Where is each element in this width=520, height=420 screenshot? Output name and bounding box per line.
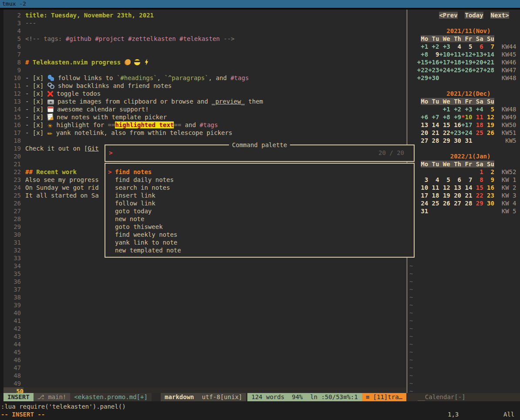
calendar-day[interactable]: +17 [461,121,472,128]
calendar-day[interactable]: 24 [417,200,428,207]
calendar-day[interactable]: +24 [439,67,450,74]
palette-item[interactable]: >find notes [105,168,414,176]
calendar-day[interactable]: 29 [439,137,450,144]
calendar-day[interactable]: 12 [439,184,450,191]
calendar-day[interactable]: +2 [450,106,461,113]
calendar-day[interactable]: +21 [483,59,494,66]
calendar-day[interactable]: 27 [417,137,428,144]
calendar-day[interactable]: +22 [417,67,428,74]
calendar-day[interactable]: 26 [439,200,450,207]
calendar-day[interactable]: +4 [472,106,483,113]
calendar-day[interactable]: 11 [472,114,483,121]
palette-item[interactable]: goto thisweek [105,223,414,231]
calendar-day[interactable]: +23 [428,67,439,74]
calendar-day[interactable]: 17 [417,192,428,199]
calendar-day[interactable]: +28 [483,67,494,74]
calendar-day[interactable]: 19 [483,121,494,128]
calendar-day[interactable]: +17 [439,59,450,66]
calendar-day[interactable]: 5 [461,43,472,50]
window-titlebar[interactable]: tmux -2 [0,0,520,8]
calendar-day[interactable]: 15 [439,121,450,128]
calendar-day[interactable]: +26 [461,67,472,74]
calendar-day[interactable]: +10 [439,51,450,58]
calendar-day[interactable]: 22 [472,192,483,199]
calendar-day[interactable]: 3 [417,176,428,183]
palette-item[interactable]: find weekly notes [105,231,414,239]
calendar-day[interactable]: 19 [439,192,450,199]
calendar-day[interactable]: +3 [461,106,472,113]
calendar-day[interactable]: +24 [461,129,472,136]
calendar-day[interactable]: 5 [483,106,494,113]
calendar-day[interactable]: +29 [417,74,428,81]
calendar-day[interactable]: +27 [472,67,483,74]
calendar-day[interactable]: 28 [428,137,439,144]
calendar-day[interactable]: 26 [483,129,494,136]
palette-item[interactable]: insert link [105,192,414,199]
calendar-day[interactable]: 14 [461,184,472,191]
calendar-day[interactable]: 25 [428,200,439,207]
calendar-day[interactable]: 30 [483,200,494,207]
calendar-day[interactable]: 20 [450,192,461,199]
calendar-day[interactable]: 18 [428,192,439,199]
calendar-day[interactable]: +19 [461,59,472,66]
calendar-day[interactable]: 10 [465,114,472,121]
calendar-day[interactable]: 12 [483,114,494,121]
calendar-day[interactable]: +8 [439,114,450,121]
calendar-day[interactable]: 20 [417,129,428,136]
calendar-day[interactable]: +9 [450,114,461,121]
calendar-day[interactable]: 1 [472,168,483,175]
palette-item[interactable]: new templated note [105,246,414,254]
palette-item[interactable]: search in notes [105,184,414,192]
calendar-day[interactable]: 5 [439,176,450,183]
calendar-day[interactable]: +20 [472,59,483,66]
calendar-day[interactable]: 16 [450,121,461,128]
calendar-nav-button[interactable]: Today [465,12,483,19]
calendar-day[interactable]: 10 [417,184,428,191]
calendar-day[interactable]: 15 [472,184,483,191]
calendar-day[interactable]: 8 [472,176,483,183]
calendar-day[interactable]: 2 [483,168,494,175]
calendar-day[interactable]: 28 [461,200,472,207]
calendar-day[interactable]: +30 [428,74,439,81]
palette-prompt-box[interactable]: Command palette > 20 / 20 [105,144,415,162]
calendar-day[interactable]: 13 [417,121,428,128]
calendar-day[interactable]: +16 [428,59,439,66]
calendar-day[interactable]: +12 [461,51,472,58]
calendar-day[interactable]: 25 [472,129,483,136]
calendar-day[interactable]: 4 [428,176,439,183]
calendar-day[interactable]: 16 [483,184,494,191]
calendar-day[interactable]: 31 [417,208,428,215]
calendar-day[interactable]: 29 [472,200,483,207]
calendar-day[interactable]: +15 [417,59,428,66]
calendar-day[interactable]: +18 [450,59,461,66]
calendar-day[interactable]: 21 [428,129,439,136]
calendar-day[interactable]: +13 [472,51,483,58]
calendar-day[interactable]: 18 [472,121,483,128]
palette-item[interactable]: find daily notes [105,176,414,184]
calendar-day[interactable]: 14 [428,121,439,128]
calendar-day[interactable]: 23 [483,192,494,199]
calendar-day[interactable]: +3 [439,43,450,50]
calendar-day[interactable]: 31 [461,137,472,144]
palette-item[interactable]: new note [105,215,414,223]
editor-line[interactable]: 50 [3,387,406,393]
calendar-day[interactable]: +14 [483,51,494,58]
calendar-day[interactable]: 4 [450,43,461,50]
calendar-nav-button[interactable]: <Prev [439,12,457,19]
palette-item[interactable]: goto today [105,207,414,215]
calendar-day[interactable]: +8 [417,51,428,58]
calendar-day[interactable]: 11 [428,184,439,191]
calendar-day[interactable]: +6 [417,114,428,121]
calendar-day[interactable]: +11 [450,51,461,58]
calendar-day[interactable]: 7 [461,176,472,183]
calendar-day[interactable]: +23 [450,129,461,136]
calendar-day[interactable]: 9 [428,51,439,58]
calendar-day[interactable]: 6 [472,43,483,50]
calendar-day[interactable]: +7 [428,114,439,121]
buffer-segment[interactable]: ≡ [11]tra… [362,393,406,401]
calendar-day[interactable]: 21 [461,192,472,199]
calendar-day[interactable]: 9 [483,176,494,183]
calendar-day[interactable]: +1 [439,106,450,113]
calendar-day[interactable]: 30 [450,137,461,144]
palette-item[interactable]: yank link to note [105,239,414,246]
